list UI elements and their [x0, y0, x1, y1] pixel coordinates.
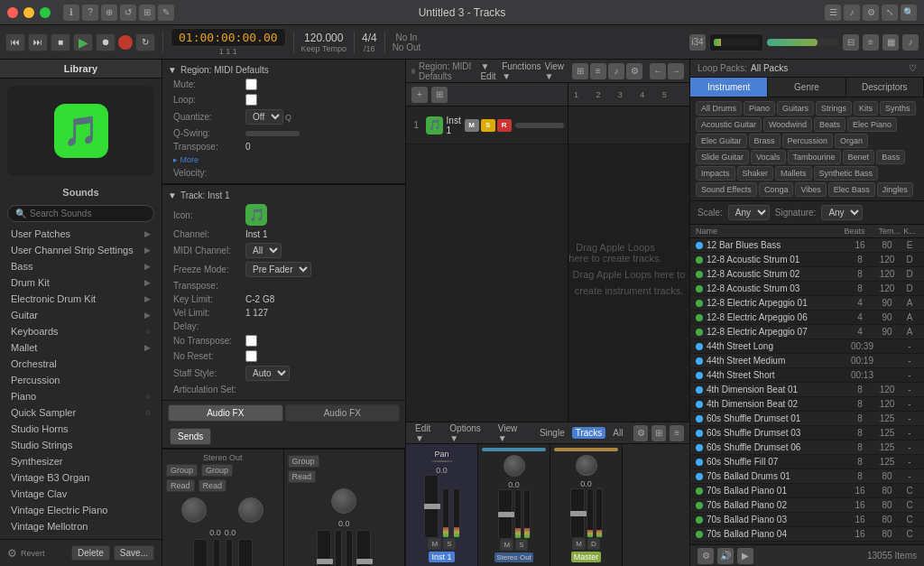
functions-btn[interactable]: Functions ▼	[502, 61, 541, 81]
stereo-fader-r[interactable]	[356, 530, 371, 566]
staff-style-select[interactable]: Auto	[245, 366, 290, 381]
kw-woodwind[interactable]: Woodwind	[763, 117, 812, 132]
quantize-select[interactable]: Off	[245, 109, 283, 125]
loop-browser-icon[interactable]: ♪	[608, 63, 624, 79]
kw-elec-bass[interactable]: Elec Bass	[828, 182, 875, 197]
track-header[interactable]: ▼ Track: Inst 1	[168, 189, 400, 202]
kw-strings[interactable]: Strings	[816, 101, 852, 116]
library-item[interactable]: Bass▶	[0, 258, 162, 274]
loops-icon[interactable]: ♪	[902, 34, 919, 51]
single-btn[interactable]: Single	[536, 427, 568, 439]
sends-tab[interactable]: Sends	[170, 428, 211, 445]
track-solo-btn[interactable]: S	[481, 119, 495, 132]
loop-item[interactable]: 70s Ballad Piano 03 16 80 C	[690, 513, 924, 527]
loop-item[interactable]: 60s Shuffle Drumset 03 8 125 -	[690, 426, 924, 441]
library-item[interactable]: Vintage Mellotron	[0, 518, 162, 534]
search-input[interactable]	[30, 209, 146, 218]
edit-btn-top[interactable]: ▼ Edit	[480, 61, 498, 81]
edit-icon[interactable]: ✎	[158, 5, 174, 21]
minimize-button[interactable]	[23, 7, 34, 18]
kw-vibes[interactable]: Vibes	[795, 182, 826, 197]
stereo-group-btn[interactable]: Group	[288, 455, 319, 468]
help-icon[interactable]: ?	[82, 5, 98, 21]
kw-beats[interactable]: Beats	[814, 117, 845, 132]
midi-track-icon[interactable]: ⊞	[431, 87, 448, 103]
view-btn-top[interactable]: View ▼	[544, 61, 565, 81]
loop-item[interactable]: 4th Dimension Beat 01 8 120 -	[690, 383, 924, 397]
mixer-settings-icon[interactable]: ⚙	[633, 425, 648, 441]
library-item[interactable]: User Patches▶	[0, 226, 162, 242]
list-icon[interactable]: ≡	[590, 63, 606, 79]
cycle-button[interactable]: ↻	[135, 33, 155, 51]
mute-checkbox[interactable]	[245, 79, 257, 90]
mixer-icon[interactable]: ▦	[882, 34, 899, 51]
master-volume[interactable]	[767, 39, 839, 46]
library-item[interactable]: Orchestral	[0, 356, 162, 372]
library-item[interactable]: User Channel Strip Settings▶	[0, 242, 162, 258]
library-item[interactable]: Synthesizer	[0, 453, 162, 469]
rewind-button[interactable]: ⏮	[5, 33, 25, 51]
freeze-select[interactable]: Pre Fader	[245, 262, 311, 277]
kw-conga[interactable]: Conga	[759, 182, 794, 197]
loop-item[interactable]: 44th Street Medium 00:19 -	[690, 354, 924, 368]
library-item[interactable]: Drum Kit▶	[0, 274, 162, 291]
kw-kits[interactable]: Kits	[854, 101, 878, 116]
stereo-solo-btn2[interactable]: S	[515, 539, 527, 551]
mixer-list-icon[interactable]: ≡	[670, 425, 684, 441]
inst1-pan-knob[interactable]	[431, 460, 453, 462]
master-fader[interactable]	[570, 488, 585, 538]
pan-knob[interactable]	[181, 497, 207, 523]
library-item[interactable]: Studio Horns	[0, 421, 162, 437]
descriptors-tab[interactable]: Descriptors	[846, 78, 924, 97]
pan-knob2[interactable]	[238, 497, 263, 523]
loop-item[interactable]: 12-8 Electric Arpeggio 07 4 90 A	[690, 325, 924, 339]
loops-fav-icon[interactable]: ♡	[909, 63, 917, 73]
forward-button[interactable]: ⏭	[28, 33, 48, 51]
loop-item[interactable]: 70s Ballad Drums 01 8 80 -	[690, 469, 924, 484]
grid-icon[interactable]: ⊞	[572, 63, 588, 79]
instrument-tab[interactable]: Instrument	[690, 78, 768, 97]
loops-settings-icon[interactable]: ⚙	[698, 548, 714, 564]
info-icon[interactable]: ℹ	[63, 5, 79, 21]
delete-button[interactable]: Delete	[71, 545, 110, 561]
loop-item[interactable]: 12-8 Acoustic Strum 02 8 120 D	[690, 267, 924, 282]
all-btn[interactable]: All	[609, 427, 626, 439]
zoom-icon[interactable]: ⤡	[882, 5, 898, 21]
library-item[interactable]: Vintage B3 Organ	[0, 469, 162, 486]
loop-item[interactable]: 12-8 Acoustic Strum 01 8 120 D	[690, 253, 924, 267]
mix-icon[interactable]: ⊞	[139, 5, 155, 21]
record-enable[interactable]: ⏺	[96, 33, 116, 51]
loop-item[interactable]: 4th Dimension Beat 02 8 120 -	[690, 397, 924, 412]
search-icon[interactable]: 🔍	[901, 5, 917, 21]
read-btn1[interactable]: Read	[166, 479, 195, 492]
loop-item[interactable]: 60s Shuffle Drumset 06 8 125 -	[690, 441, 924, 455]
kw-brass[interactable]: Brass	[749, 134, 781, 148]
tempo-value[interactable]: 120.000	[304, 32, 343, 44]
loop-item[interactable]: 44th Street Long 00:39 -	[690, 339, 924, 354]
close-button[interactable]	[7, 7, 18, 18]
group-btn1[interactable]: Group	[166, 464, 198, 477]
loop-item[interactable]: 12-8 Electric Arpeggio 06 4 90 A	[690, 311, 924, 325]
region-header[interactable]: ▼ Region: MIDI Defaults	[168, 63, 400, 77]
inst1-solo-btn[interactable]: S	[443, 538, 455, 550]
master-pan-knob[interactable]	[576, 455, 597, 476]
revert-btn[interactable]: Revert	[21, 549, 68, 558]
audio-fx-tab2[interactable]: Audio FX	[285, 404, 401, 422]
library-toggle[interactable]: ☰	[825, 5, 841, 21]
stereo-pan-knob2[interactable]	[504, 455, 525, 477]
kw-tambourine[interactable]: Tambourine	[788, 150, 841, 164]
loop-item[interactable]: 70s Ballad Piano 04 16 80 C	[690, 527, 924, 542]
loop-item[interactable]: 60s Shuffle Drumset 01 8 125 -	[690, 412, 924, 426]
track-icon[interactable]: 🎵	[245, 204, 267, 226]
time-sig-value[interactable]: 4/4	[362, 32, 377, 44]
tracks-btn[interactable]: Tracks	[572, 427, 606, 439]
stereo-out-fader[interactable]	[498, 489, 513, 539]
maximize-button[interactable]	[40, 7, 51, 18]
inst1-mute-btn[interactable]: M	[428, 538, 441, 550]
kw-all-drums[interactable]: All Drums	[696, 101, 742, 116]
smart-controls-icon[interactable]: ⊟	[843, 34, 859, 51]
library-item[interactable]: Vintage Clav	[0, 486, 162, 502]
kw-sound-effects[interactable]: Sound Effects	[696, 182, 757, 197]
master-d-btn[interactable]: D	[587, 538, 600, 550]
stop-button[interactable]: ■	[51, 33, 70, 51]
